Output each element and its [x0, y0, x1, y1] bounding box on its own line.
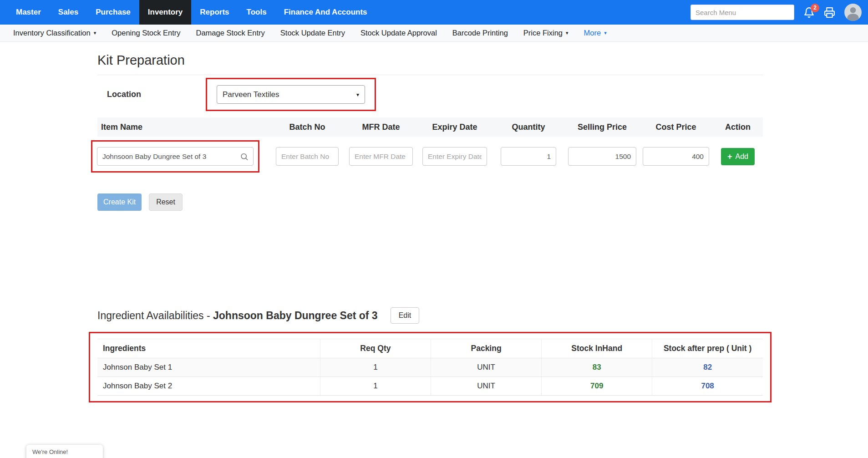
ingredient-name: Johnson Baby Set 1: [97, 358, 320, 377]
column-header: Stock after prep ( Unit ): [652, 339, 763, 358]
menu-search-input[interactable]: [690, 5, 794, 20]
add-button[interactable]: + Add: [721, 148, 755, 165]
add-button-label: Add: [736, 153, 748, 161]
column-header: Packing: [431, 339, 541, 358]
nav-finance-and-accounts[interactable]: Finance And Accounts: [275, 0, 376, 25]
subnav-label: Stock Update Entry: [280, 29, 345, 37]
packing: UNIT: [431, 358, 541, 377]
stock-after-prep: 708: [652, 377, 763, 396]
subnav-stock-update-approval[interactable]: Stock Update Approval: [353, 25, 445, 41]
location-select[interactable]: Parveen Textiles: [217, 85, 365, 104]
printer-icon: [824, 7, 835, 18]
stock-after-prep: 82: [652, 358, 763, 377]
location-label: Location: [107, 90, 206, 99]
notifications-button[interactable]: 2: [803, 7, 815, 18]
mfr-date-input[interactable]: [349, 147, 413, 166]
kit-preparation-page: Kit Preparation Location Parveen Textile…: [97, 53, 763, 404]
print-button[interactable]: [824, 7, 835, 18]
title-divider: [97, 75, 763, 75]
notification-badge: 2: [811, 4, 819, 12]
chat-status-tooltip: We're Online!: [26, 445, 103, 458]
subnav-barcode-printing[interactable]: Barcode Printing: [445, 25, 516, 41]
column-header: Ingredients: [97, 339, 320, 358]
search-icon[interactable]: [240, 152, 249, 161]
subnav-label: Barcode Printing: [452, 29, 508, 37]
ingredient-name: Johnson Baby Set 2: [97, 377, 320, 396]
subnav-label: Damage Stock Entry: [196, 29, 265, 37]
nav-inventory[interactable]: Inventory: [139, 0, 192, 25]
subnav-more[interactable]: More ▾: [576, 25, 614, 41]
expiry-date-input[interactable]: [422, 147, 487, 166]
ingredients-header-row: Ingredients Req Qty Packing Stock InHand…: [97, 339, 763, 358]
req-qty: 1: [320, 377, 431, 396]
kit-form-input-row: + Add: [97, 140, 763, 173]
selling-price-input[interactable]: [568, 147, 636, 166]
ingredients-table: Ingredients Req Qty Packing Stock InHand…: [97, 339, 763, 396]
chat-status-text: We're Online!: [32, 448, 68, 455]
subnav-label: Price Fixing: [523, 29, 563, 37]
nav-reports[interactable]: Reports: [191, 0, 238, 25]
annotation-box-ingredients-table: Ingredients Req Qty Packing Stock InHand…: [89, 332, 772, 402]
column-header: Req Qty: [320, 339, 431, 358]
ingredient-section-title: Ingredient Availabilities - Johnsoon Bab…: [97, 310, 378, 322]
nav-master[interactable]: Master: [7, 0, 50, 25]
section-title-prefix: Ingredient Availabilities -: [97, 310, 213, 321]
edit-button[interactable]: Edit: [391, 307, 420, 324]
stock-inhand: 83: [542, 358, 652, 377]
reset-button[interactable]: Reset: [149, 193, 183, 211]
subnav-label: Inventory Classification: [13, 29, 91, 37]
location-row: Location Parveen Textiles ▾: [97, 78, 763, 111]
top-navigation: Master Sales Purchase Inventory Reports …: [0, 0, 868, 25]
column-header: Expiry Date: [418, 122, 492, 132]
stock-inhand: 709: [542, 377, 652, 396]
column-header: Stock InHand: [542, 339, 652, 358]
kit-form-header-row: Item Name Batch No MFR Date Expiry Date …: [97, 117, 763, 137]
page-title: Kit Preparation: [97, 53, 763, 68]
ingredient-availabilities-section: Ingredient Availabilities - Johnsoon Bab…: [97, 307, 763, 404]
column-header: Item Name: [97, 122, 270, 132]
nav-sales[interactable]: Sales: [50, 0, 87, 25]
section-title-item-name: Johnsoon Baby Dungree Set of 3: [213, 310, 378, 321]
nav-purchase[interactable]: Purchase: [87, 0, 139, 25]
column-header: Action: [713, 122, 763, 132]
table-row: Johnson Baby Set 1 1 UNIT 83 82: [97, 358, 763, 377]
user-avatar[interactable]: [844, 4, 862, 21]
plus-icon: +: [727, 153, 732, 161]
req-qty: 1: [320, 358, 431, 377]
packing: UNIT: [431, 377, 541, 396]
subnav-inventory-classification[interactable]: Inventory Classification ▾: [5, 25, 104, 41]
create-kit-button[interactable]: Create Kit: [97, 193, 142, 211]
topnav-right-tools: 2: [690, 0, 862, 25]
subnav-damage-stock-entry[interactable]: Damage Stock Entry: [188, 25, 273, 41]
inventory-sub-navigation: Inventory Classification ▾ Opening Stock…: [0, 25, 868, 42]
chevron-down-icon: ▾: [604, 31, 607, 36]
annotation-box-location: Parveen Textiles ▾: [206, 78, 376, 111]
column-header: MFR Date: [344, 122, 418, 132]
column-header: Cost Price: [639, 122, 713, 132]
item-name-input[interactable]: [97, 147, 254, 166]
subnav-stock-update-entry[interactable]: Stock Update Entry: [273, 25, 353, 41]
subnav-label: Stock Update Approval: [360, 29, 437, 37]
nav-tools[interactable]: Tools: [238, 0, 275, 25]
table-row: Johnson Baby Set 2 1 UNIT 709 708: [97, 377, 763, 396]
subnav-label: Opening Stock Entry: [112, 29, 180, 37]
subnav-label: More: [584, 29, 601, 37]
person-icon: [844, 4, 862, 21]
cost-price-input[interactable]: [643, 147, 709, 166]
chevron-down-icon: ▾: [94, 31, 96, 36]
column-header: Batch No: [270, 122, 344, 132]
annotation-box-item-name: [91, 140, 259, 173]
column-header: Quantity: [492, 122, 565, 132]
batch-no-input[interactable]: [276, 147, 339, 166]
column-header: Selling Price: [565, 122, 639, 132]
subnav-price-fixing[interactable]: Price Fixing ▾: [516, 25, 576, 41]
chevron-down-icon: ▾: [566, 31, 569, 36]
subnav-opening-stock-entry[interactable]: Opening Stock Entry: [104, 25, 188, 41]
quantity-input[interactable]: [501, 147, 556, 166]
form-actions: Create Kit Reset: [97, 193, 763, 211]
